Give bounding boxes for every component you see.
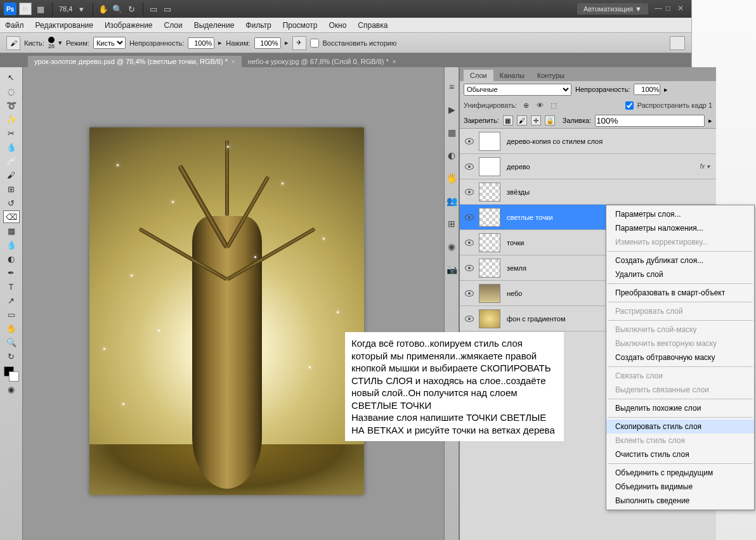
bridge-icon[interactable]: Br [19, 3, 32, 15]
ctx-layer-options[interactable]: Параметры слоя... [606, 207, 754, 221]
visibility-icon[interactable] [465, 138, 474, 145]
unify-style-icon[interactable]: ⬚ [549, 100, 559, 110]
canvas[interactable] [89, 127, 364, 495]
paragraph-panel-icon[interactable]: 👥 [445, 194, 459, 208]
restore-checkbox[interactable] [310, 39, 319, 48]
menu-layers[interactable]: Слои [164, 21, 183, 30]
close-tab-icon[interactable]: × [231, 58, 235, 65]
type-tool-icon[interactable]: T [3, 280, 20, 293]
visibility-icon[interactable] [465, 240, 474, 246]
visibility-icon[interactable] [465, 214, 474, 221]
flow-input[interactable] [254, 37, 281, 49]
lock-transparency-icon[interactable]: ▦ [503, 115, 513, 125]
layer-row[interactable]: дерево fx ▾ [460, 154, 716, 179]
quickmask-icon[interactable]: ◉ [3, 383, 20, 395]
actions-panel-icon[interactable]: ▶ [445, 103, 459, 117]
propagate-checkbox[interactable] [625, 101, 634, 110]
clone-panel-icon[interactable]: ⊞ [445, 217, 459, 231]
palette-icon[interactable] [670, 36, 685, 50]
path-tool-icon[interactable]: ↗ [3, 294, 20, 307]
ctx-select-similar[interactable]: Выделить похожие слои [606, 401, 754, 415]
camera-panel-icon[interactable]: 📷 [445, 262, 459, 276]
ctx-merge-visible[interactable]: Объединить видимые [606, 480, 754, 494]
rotate-canvas-icon[interactable]: ↻ [3, 350, 20, 363]
layer-thumb[interactable] [479, 157, 500, 176]
lasso-tool-icon[interactable]: ➰ [3, 99, 20, 112]
wand-tool-icon[interactable]: ✨ [3, 113, 20, 125]
layout-grid-icon[interactable]: ▦ [34, 3, 47, 15]
eyedropper-tool-icon[interactable]: 💧 [3, 141, 20, 153]
eraser-tool-icon[interactable]: ⌫ [3, 210, 20, 223]
layer-opacity-input[interactable] [634, 84, 660, 95]
mode-select[interactable]: Кисть [93, 37, 126, 49]
lock-position-icon[interactable]: ✛ [531, 115, 541, 125]
history-brush-icon[interactable]: ↺ [3, 196, 20, 209]
ctx-flatten[interactable]: Выполнить сведение [606, 494, 754, 508]
visibility-icon[interactable] [465, 164, 474, 170]
gradient-tool-icon[interactable]: ▦ [3, 224, 20, 237]
background-swatch[interactable] [9, 371, 19, 382]
layer-row[interactable]: звёзды [460, 179, 716, 205]
menu-edit[interactable]: Редактирование [36, 21, 93, 30]
layer-thumb[interactable] [479, 309, 500, 328]
adjustments-panel-icon[interactable]: ◐ [445, 148, 459, 162]
menu-image[interactable]: Изображение [105, 21, 153, 30]
unify-position-icon[interactable]: ⊕ [521, 100, 531, 110]
masks-panel-icon[interactable]: ▦ [445, 125, 459, 139]
lock-pixels-icon[interactable]: 🖌 [517, 115, 527, 125]
ctx-clear-layer-style[interactable]: Очистить стиль слоя [606, 447, 754, 461]
fill-input[interactable] [595, 115, 705, 127]
visibility-icon[interactable] [465, 265, 474, 271]
document-tab-1[interactable]: урок-золотое дерево.psd @ 78,4% (светлые… [28, 56, 242, 67]
layer-thumb[interactable] [479, 284, 500, 303]
ctx-delete-layer[interactable]: Удалить слой [606, 267, 754, 281]
layer-thumb[interactable] [479, 259, 500, 278]
healing-tool-icon[interactable]: 🩹 [3, 155, 20, 167]
maximize-icon[interactable]: □ [666, 4, 676, 14]
menu-select[interactable]: Выделение [194, 21, 235, 30]
airbrush-icon[interactable]: ✈ [292, 36, 306, 50]
pen-tool-icon[interactable]: ✒ [3, 266, 20, 279]
current-tool-icon[interactable]: 🖌 [6, 36, 20, 50]
zoom-value[interactable]: 78,4 [59, 5, 72, 13]
ctx-convert-smart-object[interactable]: Преобразовать в смарт-объект [606, 286, 754, 300]
rotate-tool-icon[interactable]: ↻ [125, 3, 138, 15]
ctx-copy-layer-style[interactable]: Скопировать стиль слоя [606, 420, 754, 434]
opacity-input[interactable] [188, 37, 214, 49]
brush-preview-icon[interactable] [48, 37, 55, 43]
zoom-tool-icon[interactable]: 🔍 [111, 3, 124, 15]
brush-tool-icon[interactable]: 🖌 [3, 169, 20, 181]
blend-mode-select[interactable]: Обычные [464, 84, 571, 96]
marquee-tool-icon[interactable]: ◌ [3, 85, 20, 98]
shape-tool-icon[interactable]: ▭ [3, 308, 20, 321]
color-swatches[interactable] [4, 366, 19, 382]
crop-tool-icon[interactable]: ✂ [3, 127, 20, 139]
menu-filter[interactable]: Фильтр [245, 21, 271, 30]
layer-thumb[interactable] [479, 132, 500, 151]
fx-badge[interactable]: fx ▾ [700, 163, 710, 170]
blur-tool-icon[interactable]: 💧 [3, 238, 20, 251]
zoom-dropdown-icon[interactable]: ▾ [75, 3, 88, 15]
hand-tool-icon[interactable]: ✋ [97, 3, 110, 15]
layer-row[interactable]: дерево-копия со стилем слоя [460, 129, 716, 154]
visibility-icon[interactable] [465, 316, 474, 322]
ctx-merge-down[interactable]: Объединить с предыдущим [606, 466, 754, 480]
move-tool-icon[interactable]: ↖ [3, 71, 20, 84]
layer-thumb[interactable] [479, 208, 500, 227]
ctx-blending-options[interactable]: Параметры наложения... [606, 221, 754, 235]
hand-tool-icon[interactable]: ✋ [3, 322, 20, 335]
ctx-create-clipping-mask[interactable]: Создать обтравочную маску [606, 350, 754, 364]
menu-view[interactable]: Просмотр [283, 21, 318, 30]
screen-mode-icon[interactable]: ▭ [161, 3, 174, 15]
menu-file[interactable]: Файл [5, 21, 24, 30]
character-panel-icon[interactable]: 🖐 [445, 171, 459, 185]
lock-all-icon[interactable]: 🔒 [545, 115, 555, 125]
tab-layers[interactable]: Слои [464, 70, 493, 81]
visibility-icon[interactable] [465, 290, 474, 297]
menu-window[interactable]: Окно [329, 21, 346, 30]
automation-dropdown[interactable]: Автоматизация ▼ [577, 3, 648, 15]
layer-thumb[interactable] [479, 183, 500, 202]
dodge-tool-icon[interactable]: ◐ [3, 252, 20, 265]
tab-channels[interactable]: Каналы [493, 70, 531, 81]
tab-paths[interactable]: Контуры [531, 70, 571, 81]
